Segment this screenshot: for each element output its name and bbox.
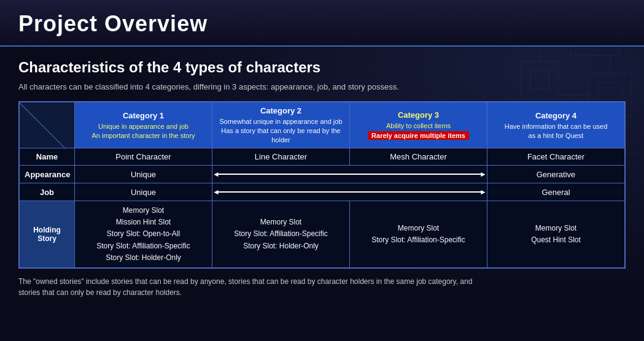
job-arrow-cell xyxy=(212,183,487,201)
story-cat1-text: Memory SlotMission Hint SlotStory Slot: … xyxy=(80,205,207,264)
cat4-desc2: as a hint for Quest xyxy=(529,132,584,139)
name-cat2: Line Character xyxy=(212,148,350,166)
cat1-desc1: Unique in appearance and job xyxy=(98,123,188,130)
section-description: All characters can be classified into 4 … xyxy=(18,82,626,91)
name-cat4: Facet Character xyxy=(487,148,625,166)
name-row-label: Name xyxy=(20,148,75,166)
footer-line1: The "owned stories" include stories that… xyxy=(18,276,626,287)
job-row-label: Job xyxy=(20,183,75,201)
story-cat3: Memory SlotStory Slot: Affiliation-Speci… xyxy=(350,201,487,268)
footer: The "owned stories" include stories that… xyxy=(18,276,626,298)
appearance-arrow xyxy=(217,168,482,180)
cat4-label: Category 4 xyxy=(492,111,619,120)
characteristics-table: Category 1 Unique in appearance and job … xyxy=(18,101,626,269)
category-1-header: Category 1 Unique in appearance and job … xyxy=(75,102,212,148)
appearance-arrow-cell xyxy=(212,166,487,183)
category-2-header: Category 2 Somewhat unique in appearance… xyxy=(212,102,350,148)
cat2-desc2: Has a story that can only be read by the… xyxy=(221,127,340,144)
holding-label-line1: Holding xyxy=(33,226,61,234)
cat1-desc2: An important character in the story xyxy=(91,132,195,139)
story-cat2-text: Memory SlotStory Slot: Affiliation-Speci… xyxy=(217,216,344,252)
category-3-header: Category 3 Ability to collect items Rare… xyxy=(350,102,487,148)
corner-cell xyxy=(20,102,75,148)
holding-story-row: Holding Story Memory SlotMission Hint Sl… xyxy=(20,201,625,268)
appearance-row-label: Appearance xyxy=(20,166,75,183)
cat1-label: Category 1 xyxy=(80,111,207,120)
category-header-row: Category 1 Unique in appearance and job … xyxy=(20,102,625,148)
story-cat4-text: Memory SlotQuest Hint Slot xyxy=(492,223,619,246)
main-content: Characteristics of the 4 types of charac… xyxy=(0,47,644,310)
name-row: Name Point Character Line Character Mesh… xyxy=(20,148,625,166)
cat3-label: Category 3 xyxy=(355,110,482,120)
page-title: Project Overview xyxy=(18,11,626,37)
cat2-label: Category 2 xyxy=(217,106,344,115)
story-cat1: Memory SlotMission Hint SlotStory Slot: … xyxy=(75,201,212,268)
header: Project Overview xyxy=(0,0,644,47)
story-cat2: Memory SlotStory Slot: Affiliation-Speci… xyxy=(212,201,350,268)
appearance-cat4: Generative xyxy=(487,166,625,183)
name-cat3: Mesh Character xyxy=(350,148,487,166)
job-arrow xyxy=(217,186,482,198)
story-cat4: Memory SlotQuest Hint Slot xyxy=(487,201,625,268)
cat3-desc1: Ability to collect items xyxy=(386,122,451,129)
footer-line2: stories that can only be read by charact… xyxy=(18,287,626,298)
appearance-row: Appearance Unique Generative xyxy=(20,166,625,183)
story-cat3-text: Memory SlotStory Slot: Affiliation-Speci… xyxy=(355,223,482,246)
job-row: Job Unique General xyxy=(20,183,625,201)
holding-story-label: Holding Story xyxy=(20,201,75,268)
section-title: Characteristics of the 4 types of charac… xyxy=(18,59,626,76)
cat2-desc1: Somewhat unique in appearance and job xyxy=(220,118,343,125)
name-cat1: Point Character xyxy=(75,148,212,166)
job-cat1: Unique xyxy=(75,183,212,201)
cat4-desc1: Have information that can be used xyxy=(505,123,608,130)
appearance-cat1: Unique xyxy=(75,166,212,183)
holding-label-line2: Story xyxy=(37,234,56,243)
cat3-badge: Rarely acquire multiple items xyxy=(368,131,469,140)
job-cat4: General xyxy=(487,183,625,201)
category-4-header: Category 4 Have information that can be … xyxy=(487,102,625,148)
